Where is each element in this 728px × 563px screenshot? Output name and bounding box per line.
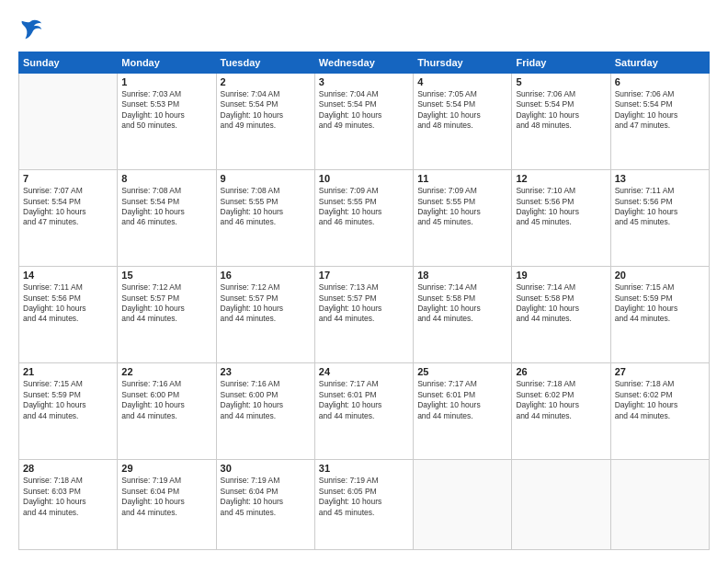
weekday-header: Thursday [414,52,512,74]
day-number: 4 [417,76,507,87]
weekday-header: Monday [118,52,216,74]
day-number: 25 [417,366,507,377]
calendar-cell [19,74,118,170]
day-number: 12 [516,173,606,184]
day-number: 18 [417,270,507,281]
day-info: Sunrise: 7:06 AM Sunset: 5:54 PM Dayligh… [516,89,606,132]
day-number: 3 [319,76,409,87]
day-info: Sunrise: 7:19 AM Sunset: 6:04 PM Dayligh… [121,476,211,518]
calendar-cell: 27Sunrise: 7:18 AM Sunset: 6:02 PM Dayli… [610,363,709,460]
day-info: Sunrise: 7:12 AM Sunset: 5:57 PM Dayligh… [221,282,311,325]
day-number: 24 [319,366,409,377]
day-info: Sunrise: 7:15 AM Sunset: 5:59 PM Dayligh… [23,379,113,421]
calendar-cell: 4Sunrise: 7:05 AM Sunset: 5:54 PM Daylig… [414,74,512,170]
calendar-cell: 19Sunrise: 7:14 AM Sunset: 5:58 PM Dayli… [512,267,610,363]
weekday-header: Sunday [19,52,118,74]
calendar-cell: 3Sunrise: 7:04 AM Sunset: 5:54 PM Daylig… [314,74,413,170]
calendar-cell: 10Sunrise: 7:09 AM Sunset: 5:55 PM Dayli… [314,170,413,267]
day-number: 15 [121,270,211,281]
calendar-cell: 6Sunrise: 7:06 AM Sunset: 5:54 PM Daylig… [610,74,709,170]
page: SundayMondayTuesdayWednesdayThursdayFrid… [0,0,728,563]
day-number: 5 [516,76,606,87]
day-info: Sunrise: 7:13 AM Sunset: 5:57 PM Dayligh… [319,282,409,325]
calendar-cell: 31Sunrise: 7:19 AM Sunset: 6:05 PM Dayli… [314,460,413,550]
calendar-cell: 30Sunrise: 7:19 AM Sunset: 6:04 PM Dayli… [216,460,314,550]
day-info: Sunrise: 7:09 AM Sunset: 5:55 PM Dayligh… [417,186,507,228]
day-number: 21 [23,366,113,377]
day-number: 22 [121,366,211,377]
day-info: Sunrise: 7:06 AM Sunset: 5:54 PM Dayligh… [615,89,705,132]
day-info: Sunrise: 7:04 AM Sunset: 5:54 PM Dayligh… [221,89,311,132]
day-info: Sunrise: 7:16 AM Sunset: 6:00 PM Dayligh… [121,379,211,421]
day-info: Sunrise: 7:05 AM Sunset: 5:54 PM Dayligh… [417,89,507,132]
day-number: 1 [121,76,211,87]
day-info: Sunrise: 7:10 AM Sunset: 5:56 PM Dayligh… [516,186,606,228]
calendar-cell: 24Sunrise: 7:17 AM Sunset: 6:01 PM Dayli… [314,363,413,460]
day-number: 8 [121,173,211,184]
logo [18,17,48,42]
weekday-header: Friday [512,52,610,74]
calendar-cell: 21Sunrise: 7:15 AM Sunset: 5:59 PM Dayli… [19,363,118,460]
day-info: Sunrise: 7:12 AM Sunset: 5:57 PM Dayligh… [121,282,211,325]
day-info: Sunrise: 7:17 AM Sunset: 6:01 PM Dayligh… [417,379,507,421]
day-number: 13 [615,173,705,184]
day-info: Sunrise: 7:19 AM Sunset: 6:05 PM Dayligh… [319,476,409,518]
calendar-cell: 1Sunrise: 7:03 AM Sunset: 5:53 PM Daylig… [118,74,216,170]
calendar-cell: 25Sunrise: 7:17 AM Sunset: 6:01 PM Dayli… [414,363,512,460]
calendar-cell [512,460,610,550]
calendar-cell: 12Sunrise: 7:10 AM Sunset: 5:56 PM Dayli… [512,170,610,267]
day-number: 16 [221,270,311,281]
day-info: Sunrise: 7:18 AM Sunset: 6:03 PM Dayligh… [23,476,113,518]
calendar-cell: 16Sunrise: 7:12 AM Sunset: 5:57 PM Dayli… [216,267,314,363]
day-info: Sunrise: 7:15 AM Sunset: 5:59 PM Dayligh… [615,282,705,325]
calendar-cell: 23Sunrise: 7:16 AM Sunset: 6:00 PM Dayli… [216,363,314,460]
day-number: 28 [23,463,113,474]
day-number: 6 [615,76,705,87]
calendar-week-row: 14Sunrise: 7:11 AM Sunset: 5:56 PM Dayli… [19,267,710,363]
calendar-header-row: SundayMondayTuesdayWednesdayThursdayFrid… [19,52,710,74]
day-number: 7 [23,173,113,184]
day-number: 10 [319,173,409,184]
day-number: 20 [615,270,705,281]
day-number: 29 [121,463,211,474]
calendar-cell: 7Sunrise: 7:07 AM Sunset: 5:54 PM Daylig… [19,170,118,267]
calendar-week-row: 1Sunrise: 7:03 AM Sunset: 5:53 PM Daylig… [19,74,710,170]
day-number: 17 [319,270,409,281]
calendar-cell: 14Sunrise: 7:11 AM Sunset: 5:56 PM Dayli… [19,267,118,363]
day-info: Sunrise: 7:19 AM Sunset: 6:04 PM Dayligh… [221,476,311,518]
calendar-cell: 5Sunrise: 7:06 AM Sunset: 5:54 PM Daylig… [512,74,610,170]
calendar-week-row: 21Sunrise: 7:15 AM Sunset: 5:59 PM Dayli… [19,363,710,460]
day-info: Sunrise: 7:14 AM Sunset: 5:58 PM Dayligh… [516,282,606,325]
weekday-header: Wednesday [314,52,413,74]
calendar-cell: 22Sunrise: 7:16 AM Sunset: 6:00 PM Dayli… [118,363,216,460]
day-info: Sunrise: 7:04 AM Sunset: 5:54 PM Dayligh… [319,89,409,132]
day-info: Sunrise: 7:18 AM Sunset: 6:02 PM Dayligh… [615,379,705,421]
day-info: Sunrise: 7:07 AM Sunset: 5:54 PM Dayligh… [23,186,113,228]
day-info: Sunrise: 7:03 AM Sunset: 5:53 PM Dayligh… [121,89,211,132]
day-number: 26 [516,366,606,377]
day-info: Sunrise: 7:09 AM Sunset: 5:55 PM Dayligh… [319,186,409,228]
day-number: 23 [221,366,311,377]
day-number: 27 [615,366,705,377]
day-info: Sunrise: 7:11 AM Sunset: 5:56 PM Dayligh… [23,282,113,325]
day-info: Sunrise: 7:17 AM Sunset: 6:01 PM Dayligh… [319,379,409,421]
calendar-cell [414,460,512,550]
day-number: 19 [516,270,606,281]
calendar-cell: 13Sunrise: 7:11 AM Sunset: 5:56 PM Dayli… [610,170,709,267]
day-info: Sunrise: 7:08 AM Sunset: 5:54 PM Dayligh… [121,186,211,228]
logo-icon [18,17,44,42]
calendar-cell: 2Sunrise: 7:04 AM Sunset: 5:54 PM Daylig… [216,74,314,170]
calendar-cell: 17Sunrise: 7:13 AM Sunset: 5:57 PM Dayli… [314,267,413,363]
day-info: Sunrise: 7:08 AM Sunset: 5:55 PM Dayligh… [221,186,311,228]
day-info: Sunrise: 7:14 AM Sunset: 5:58 PM Dayligh… [417,282,507,325]
calendar-cell: 28Sunrise: 7:18 AM Sunset: 6:03 PM Dayli… [19,460,118,550]
day-info: Sunrise: 7:16 AM Sunset: 6:00 PM Dayligh… [221,379,311,421]
calendar-cell: 29Sunrise: 7:19 AM Sunset: 6:04 PM Dayli… [118,460,216,550]
calendar-cell: 18Sunrise: 7:14 AM Sunset: 5:58 PM Dayli… [414,267,512,363]
header [18,17,710,42]
day-number: 2 [221,76,311,87]
weekday-header: Saturday [610,52,709,74]
day-info: Sunrise: 7:11 AM Sunset: 5:56 PM Dayligh… [615,186,705,228]
day-number: 14 [23,270,113,281]
day-number: 30 [221,463,311,474]
